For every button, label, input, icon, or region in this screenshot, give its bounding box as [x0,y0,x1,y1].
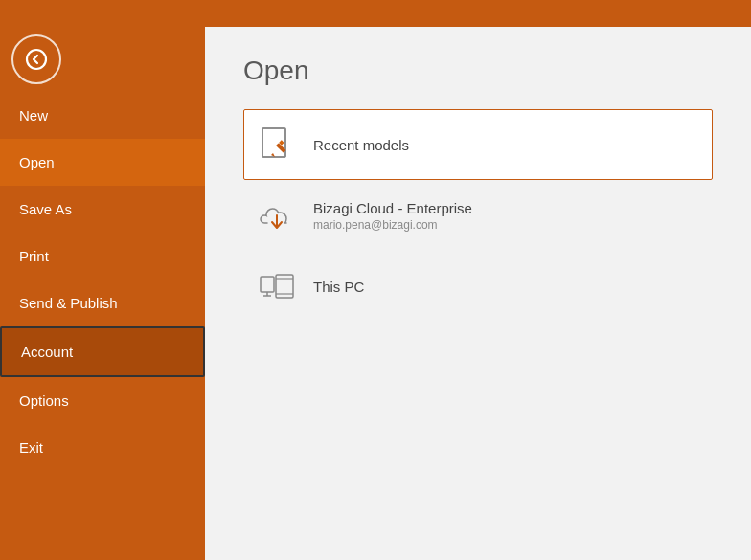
sidebar: New Open Save As Print Send & Publish Ac… [0,27,205,560]
sidebar-item-open[interactable]: Open [0,139,205,186]
sidebar-item-options[interactable]: Options [0,377,205,424]
this-pc-title: This PC [313,279,364,295]
open-item-this-pc[interactable]: This PC [243,251,713,322]
sidebar-item-save-as[interactable]: Save As [0,186,205,233]
main-content: Open Recent models [205,27,751,560]
bizagi-cloud-title: Bizagi Cloud - Enterprise [313,200,472,216]
svg-point-0 [27,50,46,69]
open-item-bizagi-cloud[interactable]: Bizagi Cloud - Enterprise mario.pena@biz… [243,180,713,251]
svg-rect-7 [261,277,274,292]
back-button[interactable] [11,34,61,84]
sidebar-item-send-publish[interactable]: Send & Publish [0,280,205,326]
pc-icon [258,267,296,305]
recent-models-icon [258,125,296,164]
top-bar [0,0,751,27]
open-item-recent-models[interactable]: Recent models [243,109,713,180]
sidebar-item-exit[interactable]: Exit [0,424,205,471]
bizagi-cloud-subtitle: mario.pena@bizagi.com [313,218,472,232]
open-items-list: Recent models Bizagi Cloud - Enterprise [243,109,713,322]
cloud-icon [258,196,296,235]
page-title: Open [243,56,713,86]
sidebar-item-account[interactable]: Account [0,326,205,377]
sidebar-item-new[interactable]: New [0,92,205,139]
main-layout: New Open Save As Print Send & Publish Ac… [0,27,751,560]
sidebar-item-print[interactable]: Print [0,233,205,280]
recent-models-title: Recent models [313,137,409,153]
